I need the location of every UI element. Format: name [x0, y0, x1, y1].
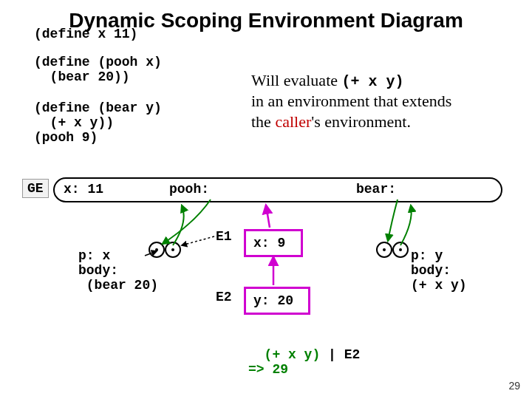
env-e2-box: y: 20	[244, 287, 310, 315]
explain-code: (+ x y)	[342, 73, 404, 90]
ge-label: GE	[22, 179, 49, 198]
explain-line1a: Will evaluate	[251, 71, 342, 89]
explanation-text: Will evaluate (+ x y) in an environment …	[251, 70, 451, 132]
explain-line3c: 's environment.	[311, 112, 411, 131]
svg-point-4	[377, 242, 392, 257]
eval-env: | E2	[320, 347, 360, 362]
proc-body-bear: p: y body: (+ x y)	[411, 248, 467, 293]
svg-point-3	[171, 248, 174, 251]
env-e2-label: E2	[216, 290, 232, 304]
ge-frame: x: 11 pooh: bear:	[53, 177, 502, 202]
svg-point-5	[393, 242, 408, 257]
env-e1-box: x: 9	[244, 229, 303, 257]
explain-line2: in an environment that extends	[251, 92, 451, 110]
code-def-x: (define x 11)	[34, 27, 137, 41]
eval-expr: (+ x y)	[265, 347, 321, 362]
explain-caller: caller	[275, 112, 311, 131]
proc-body-pooh: p: x body: (bear 20)	[78, 248, 158, 293]
ge-pooh: pooh:	[169, 182, 209, 197]
eval-value: => 29	[248, 362, 288, 377]
svg-point-1	[166, 242, 180, 257]
eval-result: (+ x y) | E2 => 29	[248, 332, 360, 377]
ge-bear: bear:	[356, 182, 396, 197]
code-def-pooh: (define (pooh x) (bear 20))	[34, 55, 162, 84]
svg-point-7	[399, 248, 402, 251]
explain-line3a: the	[251, 112, 275, 131]
code-def-bear: (define (bear y) (+ x y)) (pooh 9)	[34, 100, 162, 145]
env-e1-label: E1	[216, 229, 232, 244]
page-number: 29	[508, 380, 520, 392]
ge-x: x: 11	[64, 182, 103, 197]
svg-point-6	[383, 248, 386, 251]
